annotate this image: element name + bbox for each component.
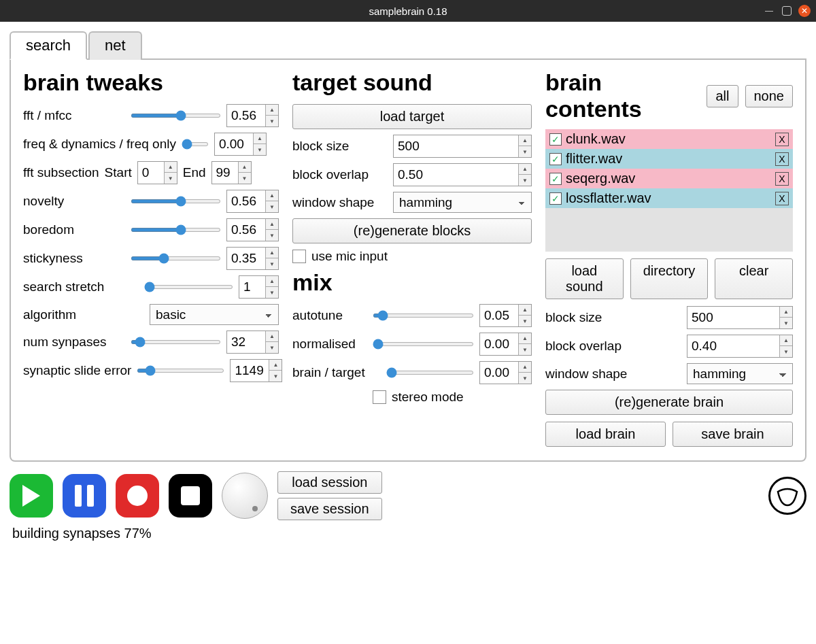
freq-dyn-slider[interactable] [182, 142, 209, 146]
bc-block-size-label: block size [545, 310, 681, 325]
play-icon [22, 485, 40, 507]
status-text: building synapses 77% [10, 524, 806, 543]
freq-dyn-spinner[interactable]: ▲▼ [214, 133, 267, 156]
pause-button[interactable] [63, 474, 106, 518]
start-label: Start [105, 165, 132, 180]
fft-start-spinner[interactable]: ▲▼ [137, 161, 177, 184]
fft-end-spinner[interactable]: ▲▼ [211, 161, 252, 184]
stickyness-spinner[interactable]: ▲▼ [226, 247, 279, 270]
search-stretch-spinner[interactable]: ▲▼ [239, 275, 279, 299]
directory-button[interactable]: directory [630, 258, 709, 299]
autotune-spinner[interactable]: ▲▼ [479, 304, 532, 327]
stop-button[interactable] [169, 474, 212, 518]
file-checkbox[interactable]: ✓ [549, 153, 562, 165]
slide-error-slider[interactable] [137, 369, 224, 373]
brain-contents-heading: brain contents [545, 69, 700, 122]
regenerate-brain-button[interactable]: (re)generate brain [545, 390, 793, 415]
file-item[interactable]: ✓clunk.wavX [545, 129, 793, 149]
file-delete-button[interactable]: X [775, 133, 789, 146]
file-list: ✓clunk.wavX✓flitter.wavX✓seqerg.wavX✓los… [545, 129, 793, 252]
save-brain-button[interactable]: save brain [673, 422, 793, 447]
file-checkbox[interactable]: ✓ [549, 173, 562, 185]
brand-logo-icon [768, 477, 806, 515]
novelty-spinner[interactable]: ▲▼ [226, 190, 279, 213]
file-item[interactable]: ✓lossflatter.wavX [545, 188, 793, 208]
record-button[interactable] [116, 474, 159, 518]
file-name: flitter.wav [566, 151, 622, 167]
ts-block-overlap-label: block overlap [292, 167, 388, 182]
regenerate-blocks-button[interactable]: (re)generate blocks [292, 218, 532, 243]
load-brain-button[interactable]: load brain [545, 422, 666, 447]
stickyness-slider[interactable] [131, 256, 221, 260]
ts-block-size-label: block size [292, 139, 388, 154]
close-icon[interactable]: ✕ [798, 5, 811, 17]
boredom-slider[interactable] [131, 228, 221, 232]
ts-window-shape-select[interactable]: hamming [393, 192, 532, 213]
fft-mfcc-spinner[interactable]: ▲▼ [226, 104, 279, 127]
spin-up-icon[interactable]: ▲ [266, 105, 278, 116]
algorithm-select[interactable]: basic [150, 304, 279, 325]
search-stretch-label: search stretch [23, 279, 139, 294]
end-label: End [183, 165, 206, 180]
brain-target-spinner[interactable]: ▲▼ [479, 361, 532, 384]
load-sound-button[interactable]: load sound [545, 258, 624, 299]
fft-mfcc-label: fft / mfcc [23, 108, 125, 123]
load-target-button[interactable]: load target [292, 104, 532, 129]
none-button[interactable]: none [745, 85, 794, 107]
file-name: lossflatter.wav [566, 190, 651, 206]
bc-window-shape-select[interactable]: hamming [687, 363, 793, 384]
novelty-label: novelty [23, 194, 125, 209]
bc-window-shape-label: window shape [545, 367, 681, 382]
slide-error-label: synaptic slide error [23, 363, 131, 378]
main-panel: brain tweaks fft / mfcc ▲▼ freq & dynami… [10, 60, 806, 462]
stop-icon [181, 486, 200, 505]
ts-block-overlap-spinner[interactable]: ▲▼ [393, 163, 532, 186]
fft-subsection-label: fft subsection [23, 165, 99, 180]
ts-block-size-spinner[interactable]: ▲▼ [393, 135, 532, 158]
num-synapses-label: num synpases [23, 335, 125, 350]
window-title: samplebrain 0.18 [369, 5, 447, 17]
use-mic-checkbox[interactable] [292, 250, 306, 263]
file-checkbox[interactable]: ✓ [549, 192, 562, 205]
search-stretch-slider[interactable] [144, 285, 233, 289]
save-session-button[interactable]: save session [277, 498, 382, 520]
play-button[interactable] [10, 474, 53, 518]
tab-net[interactable]: net [88, 31, 142, 60]
file-name: clunk.wav [566, 131, 626, 147]
autotune-slider[interactable] [373, 313, 474, 318]
all-button[interactable]: all [707, 85, 738, 107]
file-checkbox[interactable]: ✓ [549, 133, 562, 146]
tab-search[interactable]: search [10, 31, 87, 60]
target-sound-heading: target sound [292, 69, 532, 96]
boredom-label: boredom [23, 222, 125, 237]
clear-button[interactable]: clear [715, 258, 793, 299]
brain-tweaks-column: brain tweaks fft / mfcc ▲▼ freq & dynami… [23, 69, 279, 454]
bc-block-size-spinner[interactable]: ▲▼ [687, 306, 793, 329]
slide-error-spinner[interactable]: ▲▼ [230, 359, 282, 382]
freq-dyn-label: freq & dynamics / freq only [23, 137, 176, 152]
file-item[interactable]: ✓seqerg.wavX [545, 169, 793, 188]
bc-block-overlap-spinner[interactable]: ▲▼ [687, 335, 793, 358]
volume-dial[interactable] [222, 473, 268, 519]
stickyness-label: stickyness [23, 251, 125, 266]
brain-tweaks-heading: brain tweaks [23, 69, 279, 96]
file-delete-button[interactable]: X [775, 192, 789, 205]
num-synapses-spinner[interactable]: ▲▼ [226, 331, 279, 354]
novelty-slider[interactable] [131, 199, 221, 203]
spin-down-icon[interactable]: ▼ [266, 116, 278, 126]
load-session-button[interactable]: load session [277, 471, 382, 494]
bc-block-overlap-label: block overlap [545, 339, 681, 354]
boredom-spinner[interactable]: ▲▼ [226, 218, 279, 241]
file-delete-button[interactable]: X [775, 152, 789, 166]
brain-contents-column: brain contents all none ✓clunk.wavX✓flit… [545, 69, 793, 454]
file-delete-button[interactable]: X [775, 172, 789, 186]
minimize-icon[interactable]: — [763, 5, 775, 17]
file-item[interactable]: ✓flitter.wavX [545, 149, 793, 169]
normalised-spinner[interactable]: ▲▼ [479, 333, 532, 356]
brain-target-slider[interactable] [386, 371, 474, 375]
fft-mfcc-slider[interactable] [131, 114, 221, 118]
normalised-slider[interactable] [373, 342, 474, 346]
num-synapses-slider[interactable] [131, 340, 221, 344]
stereo-checkbox[interactable] [373, 390, 386, 404]
maximize-icon[interactable] [782, 6, 792, 16]
